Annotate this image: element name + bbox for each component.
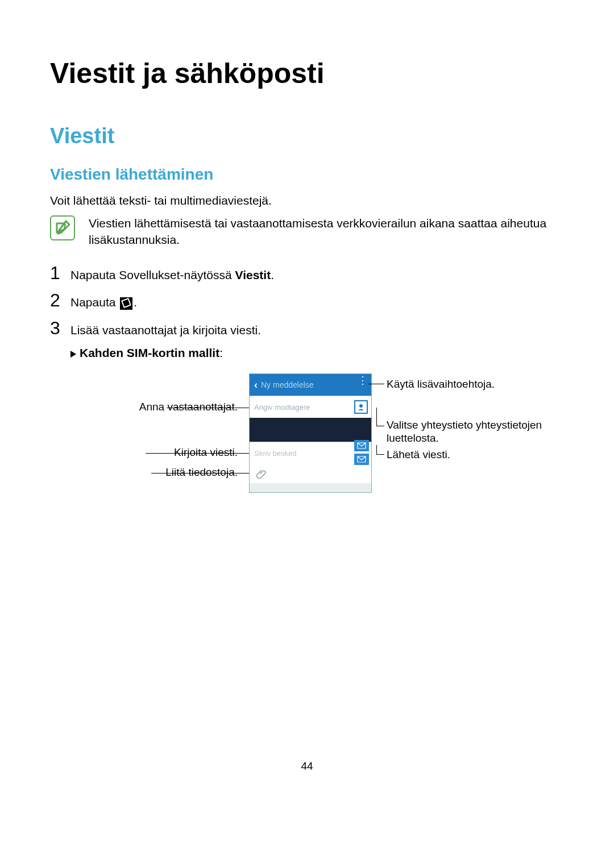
recipients-field: Angiv modtagere [250,396,371,418]
menu-icon: ⋮ [358,379,367,382]
step-1: 1 Napauta Sovellukset-näytössä Viestit. [50,264,564,283]
phone-header: ‹ Ny meddelelse ⋮ [250,374,371,396]
phone-header-title: Ny meddelelse [261,380,314,389]
subsection-heading: Viestien lähettäminen [50,165,564,184]
svg-point-0 [359,404,363,408]
message-field: Skriv besked [250,442,371,464]
step-2: 2 Napauta . [50,291,564,310]
phone-dark-area [250,418,371,442]
step-1-pre: Napauta Sovellukset-näytössä [70,268,235,281]
attach-row [250,464,371,483]
phone-diagram: Anna vastaanottajat. Kirjoita viesti. Li… [50,373,562,521]
phone-screenshot: ‹ Ny meddelelse ⋮ Angiv modtagere Skriv … [249,373,372,493]
step-2-text: Napauta [70,296,119,309]
step-number: 2 [50,291,70,309]
send-sim2-icon [354,454,369,465]
compose-icon [120,297,132,310]
note-icon [50,215,75,240]
step-number: 3 [50,319,70,337]
step-number: 1 [50,264,70,282]
section-heading: Viestit [50,124,564,148]
page-title: Viestit ja sähköposti [50,57,564,90]
callout-contacts: Valitse yhteystieto yhteystietojen luett… [387,419,563,445]
note-text: Viestien lähettämisestä tai vastaanottam… [89,215,564,248]
triangle-bullet-icon [70,351,76,358]
page-number: 44 [50,760,564,773]
intro-text: Voit lähettää teksti- tai multimediavies… [50,193,564,209]
recipients-placeholder: Angiv modtagere [254,403,310,412]
message-placeholder: Skriv besked [254,449,296,458]
callout-menu: Käytä lisävaihtoehtoja. [387,378,557,391]
contacts-button-icon [354,400,368,414]
step-3-sub: Kahden SIM-kortin mallit: [70,346,564,360]
step-3: 3 Lisää vastaanottajat ja kirjoita viest… [50,319,564,338]
note-block: Viestien lähettämisestä tai vastaanottam… [50,215,564,248]
step-3-sub-post: : [219,346,223,359]
callout-send: Lähetä viesti. [387,448,557,462]
step-1-bold: Viestit [235,268,271,281]
paperclip-icon [256,468,267,479]
phone-bottom-bar [250,483,371,492]
send-sim1-icon [354,440,369,451]
step-3-text: Lisää vastaanottajat ja kirjoita viesti. [70,319,261,338]
step-2-post: . [134,296,137,309]
step-3-sub-bold: Kahden SIM-kortin mallit [80,346,219,359]
step-1-post: . [271,268,274,281]
back-icon: ‹ [254,379,258,391]
